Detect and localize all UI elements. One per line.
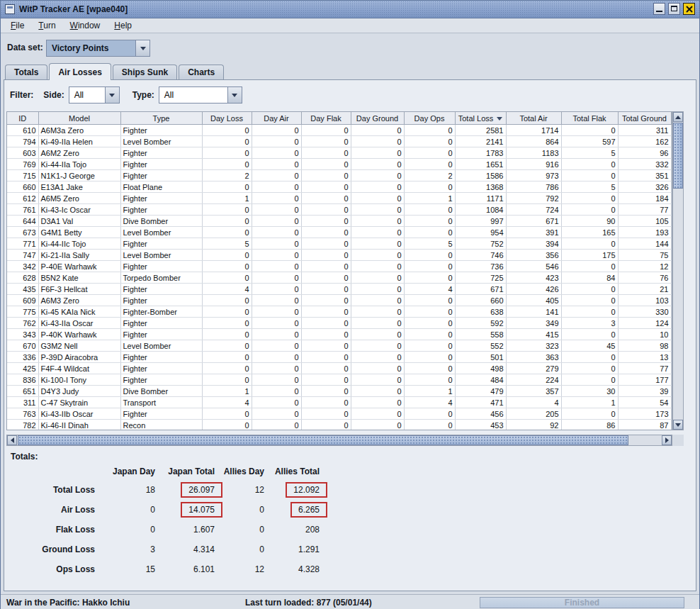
table-row[interactable]: 762 Ki-43-IIa Oscar Fighter 0 0 0 0 0 59… <box>7 318 671 329</box>
side-filter-select[interactable]: All <box>69 86 120 104</box>
column-header-total-ground[interactable]: Total Ground <box>618 112 671 125</box>
table-row[interactable]: 771 Ki-44-IIc Tojo Fighter 5 0 0 0 5 752… <box>7 238 671 250</box>
arrow-up-icon <box>675 116 681 119</box>
cell-model: D4Y3 Judy <box>38 386 120 397</box>
column-header-type[interactable]: Type <box>120 112 202 125</box>
table-row[interactable]: 610 A6M3a Zero Fighter 0 0 0 0 0 2581 17… <box>7 125 671 136</box>
column-header-day-air[interactable]: Day Air <box>252 112 301 125</box>
table-row[interactable]: 769 Ki-44-IIa Tojo Fighter 0 0 0 0 0 165… <box>7 159 671 170</box>
cell-type: Fighter-Bomber <box>120 306 202 318</box>
title-bar[interactable]: WitP Tracker AE [wpae040] <box>1 1 699 18</box>
menu-turn[interactable]: Turn <box>31 19 62 32</box>
tab-totals[interactable]: Totals <box>5 65 47 79</box>
column-header-model[interactable]: Model <box>38 112 120 125</box>
air-losses-table: ID Model Type Day Loss Day Air Day Flak … <box>6 111 685 445</box>
table-row[interactable]: 603 A6M2 Zero Fighter 0 0 0 0 0 1783 118… <box>7 147 671 159</box>
window-title: WitP Tracker AE [wpae040] <box>19 1 128 18</box>
maximize-button[interactable] <box>668 3 680 15</box>
cell-total-loss: 1368 <box>455 181 506 193</box>
cell-day-flak: 0 <box>301 318 351 329</box>
table-row[interactable]: 747 Ki-21-IIa Sally Level Bomber 0 0 0 0… <box>7 250 671 261</box>
cell-model: P-40K Warhawk <box>38 329 120 340</box>
table-row[interactable]: 836 Ki-100-I Tony Fighter 0 0 0 0 0 484 … <box>7 374 671 386</box>
table-header-row: ID Model Type Day Loss Day Air Day Flak … <box>7 112 671 125</box>
table-row[interactable]: 336 P-39D Airacobra Fighter 0 0 0 0 0 50… <box>7 352 671 363</box>
table-row[interactable]: 670 G3M2 Nell Level Bomber 0 0 0 0 0 552… <box>7 340 671 352</box>
table-row[interactable]: 425 F4F-4 Wildcat Fighter 0 0 0 0 0 498 … <box>7 363 671 374</box>
column-header-id[interactable]: ID <box>7 112 38 125</box>
side-filter-dropdown-button[interactable] <box>105 87 119 103</box>
cell-total-loss: 1586 <box>455 170 506 181</box>
table-row[interactable]: 609 A6M3 Zero Fighter 0 0 0 0 0 660 405 … <box>7 295 671 306</box>
cell-model: F6F-3 Hellcat <box>38 284 120 295</box>
arrow-left-icon <box>11 437 14 443</box>
cell-id: 673 <box>7 227 38 238</box>
type-filter-select[interactable]: All <box>159 86 242 104</box>
tab-charts[interactable]: Charts <box>179 65 224 79</box>
dataset-select[interactable]: Victory Points <box>46 40 150 57</box>
column-header-total-loss[interactable]: Total Loss <box>455 112 506 125</box>
totals-value: 0 <box>216 544 266 554</box>
table-row[interactable]: 715 N1K1-J George Fighter 2 0 0 0 2 1586… <box>7 170 671 181</box>
scroll-left-button[interactable] <box>7 435 17 445</box>
totals-value: 12 <box>216 564 266 574</box>
tab-ships-sunk[interactable]: Ships Sunk <box>113 65 177 79</box>
horizontal-scrollbar[interactable] <box>6 435 672 446</box>
dataset-dropdown-button[interactable] <box>135 40 149 56</box>
cell-total-loss: 736 <box>455 261 506 272</box>
table-row[interactable]: 343 P-40K Warhawk Fighter 0 0 0 0 0 558 … <box>7 329 671 340</box>
cell-total-flak: 0 <box>561 352 618 363</box>
cell-total-ground: 330 <box>618 306 671 318</box>
cell-type: Fighter <box>120 125 202 136</box>
table-row[interactable]: 660 E13A1 Jake Float Plane 0 0 0 0 0 136… <box>7 181 671 193</box>
table-row[interactable]: 628 B5N2 Kate Torpedo Bomber 0 0 0 0 0 7… <box>7 272 671 284</box>
scroll-down-button[interactable] <box>673 420 683 430</box>
cell-total-ground: 87 <box>618 420 671 431</box>
table-row[interactable]: 782 Ki-46-II Dinah Recon 0 0 0 0 0 453 9… <box>7 420 671 431</box>
cell-type: Fighter <box>120 159 202 170</box>
tab-air-losses[interactable]: Air Losses <box>49 63 111 80</box>
cell-day-ground: 0 <box>351 261 404 272</box>
table-row[interactable]: 612 A6M5 Zero Fighter 1 0 0 0 1 1171 792… <box>7 193 671 204</box>
cell-day-ground: 0 <box>351 397 404 408</box>
minimize-button[interactable] <box>653 3 665 15</box>
table-row[interactable]: 651 D4Y3 Judy Dive Bomber 1 0 0 0 1 479 … <box>7 386 671 397</box>
table-row[interactable]: 775 Ki-45 KAIa Nick Fighter-Bomber 0 0 0… <box>7 306 671 318</box>
menu-help[interactable]: Help <box>107 19 139 32</box>
close-button[interactable] <box>683 3 695 15</box>
cell-day-flak: 0 <box>301 159 351 170</box>
cell-total-flak: 0 <box>561 363 618 374</box>
column-header-day-flak[interactable]: Day Flak <box>301 112 351 125</box>
column-header-day-ground[interactable]: Day Ground <box>351 112 404 125</box>
scroll-up-button[interactable] <box>673 112 683 122</box>
table-row[interactable]: 763 Ki-43-IIb Oscar Fighter 0 0 0 0 0 45… <box>7 408 671 420</box>
table-row[interactable]: 311 C-47 Skytrain Transport 4 0 0 0 4 47… <box>7 397 671 408</box>
cell-day-ground: 0 <box>351 170 404 181</box>
table-row[interactable]: 644 D3A1 Val Dive Bomber 0 0 0 0 0 997 6… <box>7 216 671 227</box>
type-filter-dropdown-button[interactable] <box>227 87 242 103</box>
menu-window[interactable]: Window <box>63 19 108 32</box>
cell-day-air: 0 <box>252 340 301 352</box>
cell-day-loss: 5 <box>202 238 252 250</box>
table-row[interactable]: 435 F6F-3 Hellcat Fighter 4 0 0 0 4 671 … <box>7 284 671 295</box>
cell-day-ops: 0 <box>404 295 455 306</box>
vertical-scroll-thumb[interactable] <box>673 123 683 189</box>
column-header-day-loss[interactable]: Day Loss <box>202 112 252 125</box>
table-row[interactable]: 342 P-40E Warhawk Fighter 0 0 0 0 0 736 … <box>7 261 671 272</box>
scroll-right-button[interactable] <box>662 435 672 445</box>
horizontal-scroll-thumb[interactable] <box>18 435 628 445</box>
column-header-day-ops[interactable]: Day Ops <box>404 112 455 125</box>
column-header-total-flak[interactable]: Total Flak <box>561 112 618 125</box>
menu-file[interactable]: File <box>4 19 31 32</box>
vertical-scrollbar[interactable] <box>672 111 684 430</box>
table-row[interactable]: 761 Ki-43-Ic Oscar Fighter 0 0 0 0 0 108… <box>7 204 671 216</box>
sort-descending-icon <box>497 117 502 121</box>
cell-total-air: 357 <box>506 386 561 397</box>
cell-day-loss: 0 <box>202 352 252 363</box>
cell-id: 660 <box>7 181 38 193</box>
table-row[interactable]: 794 Ki-49-IIa Helen Level Bomber 0 0 0 0… <box>7 136 671 147</box>
table-row[interactable]: 673 G4M1 Betty Level Bomber 0 0 0 0 0 95… <box>7 227 671 238</box>
cell-model: P-40E Warhawk <box>38 261 120 272</box>
cell-total-ground: 162 <box>618 136 671 147</box>
column-header-total-air[interactable]: Total Air <box>506 112 561 125</box>
